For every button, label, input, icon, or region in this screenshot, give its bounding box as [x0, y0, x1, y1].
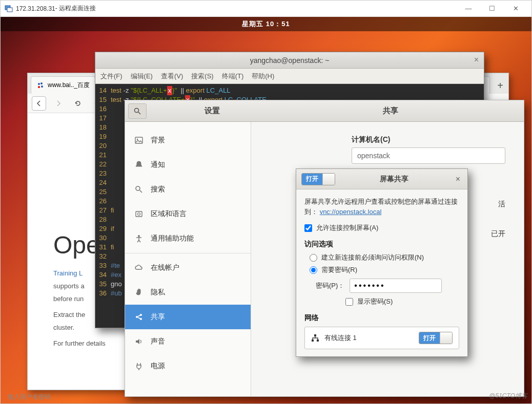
- maximize-button[interactable]: ☐: [480, 1, 504, 16]
- hostname-label: 计算机名(C): [352, 135, 505, 144]
- switch-on-label: 打开: [419, 332, 440, 344]
- wired-network-icon: [311, 334, 319, 342]
- minimize-button[interactable]: —: [457, 1, 480, 16]
- page-text: For further details: [53, 339, 106, 347]
- terminal-titlebar[interactable]: yangchao@openstack: ~ ×: [95, 52, 484, 69]
- sidebar-item-hand[interactable]: 隐私: [125, 280, 251, 305]
- hand-icon: [134, 288, 144, 297]
- picture-icon: [134, 136, 144, 145]
- page-text: before run: [53, 295, 84, 303]
- access-options-heading: 访问选项: [304, 240, 459, 249]
- sidebar-item-accessibility[interactable]: 通用辅助功能: [125, 226, 251, 251]
- svg-line-11: [140, 190, 142, 193]
- terminal-menu-item[interactable]: 编辑(E): [131, 72, 153, 81]
- clock: 星期五 10：51: [242, 19, 290, 29]
- terminal-menubar: 文件(F)编辑(E)查看(V)搜索(S)终端(T)帮助(H): [95, 69, 484, 84]
- terminal-menu-item[interactable]: 文件(F): [100, 72, 122, 81]
- sidebar-item-cloud[interactable]: 在线帐户: [125, 256, 251, 280]
- radio-ask-permission[interactable]: 建立新连接前必须询问访问权限(N): [310, 253, 459, 262]
- sidebar-item-label: 搜索: [151, 185, 165, 194]
- rdp-titlebar[interactable]: 172.31.208.31 - 远程桌面连接 — ☐ ✕: [1, 1, 531, 17]
- settings-section-title: 共享: [278, 106, 524, 116]
- rdp-window: 172.31.208.31 - 远程桌面连接 — ☐ ✕ 星期五 10：51 w…: [0, 0, 532, 404]
- cloud-icon: [134, 263, 144, 272]
- globe-icon: [134, 209, 144, 219]
- dialog-titlebar[interactable]: 打开 屏幕共享 ×: [296, 169, 467, 189]
- accessibility-icon: [134, 234, 144, 243]
- sidebar-item-share[interactable]: 共享: [125, 305, 251, 329]
- svg-rect-12: [136, 211, 142, 217]
- dialog-close-button[interactable]: ×: [454, 175, 462, 184]
- allow-control-input[interactable]: [304, 224, 312, 232]
- svg-line-7: [138, 112, 140, 114]
- page-text: Training L: [53, 269, 83, 277]
- vnc-link[interactable]: vnc://openstack.local: [320, 208, 382, 216]
- password-label: 密码(P)：: [316, 281, 344, 290]
- screen-sharing-dialog: 打开 屏幕共享 × 屏幕共享允许远程用户查看或控制您的屏幕通过连接到： vnc:…: [296, 168, 468, 357]
- remote-desktop: 星期五 10：51 www.bai.._百度 ✕ + Ope: [1, 17, 531, 403]
- terminal-title: yangchao@openstack: ~: [250, 56, 330, 65]
- terminal-menu-item[interactable]: 终端(T): [222, 72, 244, 81]
- radio-input[interactable]: [310, 266, 317, 274]
- radio-label: 建立新连接前必须询问访问权限(N): [321, 253, 424, 262]
- hostname-input[interactable]: [352, 147, 505, 164]
- svg-point-5: [41, 86, 43, 88]
- terminal-menu-item[interactable]: 帮助(H): [252, 72, 274, 81]
- svg-point-9: [137, 139, 138, 140]
- sidebar-item-globe[interactable]: 区域和语言: [125, 202, 251, 226]
- rdp-ip: 172.31.208.31: [16, 5, 55, 12]
- sharing-master-switch[interactable]: 打开: [301, 173, 335, 185]
- allow-control-checkbox[interactable]: 允许连接控制屏幕(A): [304, 223, 459, 232]
- baidu-favicon-icon: [36, 81, 45, 90]
- reload-button[interactable]: [71, 96, 85, 111]
- checkbox-label: 显示密码(S): [357, 297, 393, 306]
- radio-label: 需要密码(R): [321, 265, 357, 274]
- settings-search-button[interactable]: [128, 103, 147, 119]
- password-input[interactable]: [350, 279, 442, 293]
- network-list: 有线连接 1 打开: [304, 327, 459, 349]
- network-switch[interactable]: 打开: [419, 332, 453, 344]
- network-item[interactable]: 有线连接 1 打开: [305, 327, 459, 349]
- new-tab-button[interactable]: +: [492, 77, 508, 94]
- sidebar-item-bell[interactable]: 通知: [125, 153, 251, 177]
- svg-point-15: [136, 316, 138, 318]
- svg-rect-20: [317, 339, 319, 342]
- svg-point-3: [40, 82, 43, 84]
- svg-point-4: [38, 86, 40, 88]
- checkbox-label: 允许连接控制屏幕(A): [316, 223, 378, 232]
- footer-text: 输入用户名密码: [8, 393, 51, 401]
- terminal-close-icon[interactable]: ×: [474, 55, 479, 65]
- svg-point-2: [38, 83, 40, 85]
- close-button[interactable]: ✕: [504, 1, 527, 16]
- sidebar-item-search[interactable]: 搜索: [125, 177, 251, 202]
- sidebar-item-label: 在线帐户: [151, 263, 179, 272]
- sidebar-item-picture[interactable]: 背景: [125, 128, 251, 153]
- forward-button[interactable]: [51, 96, 66, 111]
- radio-require-password[interactable]: 需要密码(R): [310, 265, 459, 274]
- sidebar-item-plug[interactable]: 电源: [125, 354, 251, 378]
- gnome-topbar[interactable]: 星期五 10：51: [1, 17, 531, 31]
- show-password-checkbox[interactable]: 显示密码(S): [345, 297, 459, 306]
- terminal-menu-item[interactable]: 查看(V): [161, 72, 183, 81]
- bell-icon: [134, 160, 144, 169]
- network-name: 有线连接 1: [324, 333, 357, 343]
- switch-on-label: 打开: [302, 174, 322, 185]
- show-password-input[interactable]: [345, 298, 353, 306]
- terminal-menu-item[interactable]: 搜索(S): [191, 72, 213, 81]
- sidebar-item-label: 背景: [151, 136, 165, 145]
- sidebar-item-label: 声音: [151, 337, 165, 346]
- page-text: Extract the: [53, 311, 85, 318]
- search-icon: [133, 107, 141, 115]
- svg-point-6: [135, 108, 139, 112]
- browser-tab[interactable]: www.bai.._百度: [31, 76, 95, 94]
- back-button[interactable]: [32, 96, 46, 111]
- page-text: supports a: [53, 282, 85, 290]
- sidebar-item-speaker[interactable]: 声音: [125, 329, 251, 354]
- svg-rect-19: [312, 339, 314, 342]
- share-icon: [134, 312, 144, 322]
- speaker-icon: [134, 337, 144, 346]
- svg-point-13: [138, 213, 140, 216]
- radio-input[interactable]: [310, 254, 317, 262]
- settings-sidebar: 背景通知搜索区域和语言通用辅助功能在线帐户隐私共享声音电源: [125, 122, 251, 396]
- plug-icon: [134, 362, 144, 371]
